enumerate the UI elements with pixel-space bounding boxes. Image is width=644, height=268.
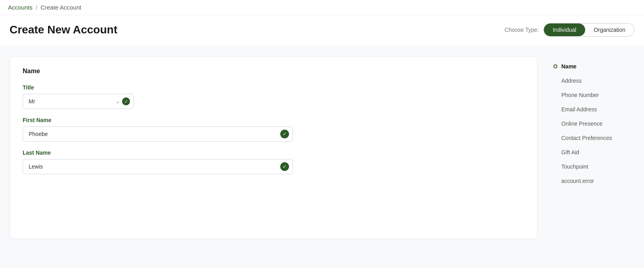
choose-type-label: Choose Type: (504, 27, 539, 33)
nav-item-gift-aid-label: Gift Aid (561, 149, 579, 155)
breadcrumb-parent-link[interactable]: Accounts (8, 4, 33, 11)
section-nav-list: Name Address Phone Number Email Address … (547, 56, 634, 191)
breadcrumb-separator: / (36, 4, 37, 11)
first-name-input-wrapper: ✓ (23, 126, 293, 142)
nav-item-contact-prefs[interactable]: Contact Preferences (547, 131, 634, 145)
nav-item-email-label: Email Address (561, 106, 597, 113)
type-individual-button[interactable]: Individual (544, 23, 585, 36)
nav-panel: Name Address Phone Number Email Address … (547, 56, 634, 239)
first-name-input[interactable] (23, 126, 293, 142)
nav-item-account-error[interactable]: account.error (547, 174, 634, 188)
nav-item-phone[interactable]: Phone Number (547, 88, 634, 102)
first-name-label: First Name (23, 117, 524, 123)
nav-item-account-error-label: account.error (561, 178, 594, 184)
title-label: Title (23, 84, 524, 91)
page-title: Create New Account (10, 23, 117, 36)
nav-item-address-label: Address (561, 78, 582, 84)
nav-item-name-label: Name (561, 63, 576, 70)
page-header: Create New Account Choose Type: Individu… (0, 15, 644, 47)
nav-item-gift-aid[interactable]: Gift Aid (547, 145, 634, 159)
nav-item-online-presence-label: Online Presence (561, 120, 603, 127)
form-section-title: Name (23, 68, 524, 75)
first-name-form-group: First Name ✓ (23, 117, 524, 142)
breadcrumb-current: Create Account (41, 4, 81, 11)
type-toggle: Individual Organization (543, 23, 634, 37)
nav-item-touchpoint-label: Touchpoint (561, 163, 588, 170)
main-content: Name Title Mr Mrs Ms Dr ⌄ ✓ First Name (0, 47, 644, 249)
last-name-input-wrapper: ✓ (23, 159, 293, 174)
nav-item-email[interactable]: Email Address (547, 102, 634, 117)
last-name-form-group: Last Name ✓ (23, 150, 524, 174)
last-name-valid-icon: ✓ (280, 162, 289, 171)
first-name-valid-icon: ✓ (280, 130, 289, 138)
nav-active-dot (553, 64, 557, 68)
nav-item-touchpoint[interactable]: Touchpoint (547, 159, 634, 174)
nav-item-address[interactable]: Address (547, 74, 634, 88)
form-panel: Name Title Mr Mrs Ms Dr ⌄ ✓ First Name (10, 56, 537, 239)
last-name-label: Last Name (23, 150, 524, 156)
nav-item-phone-label: Phone Number (561, 92, 599, 98)
type-chooser: Choose Type: Individual Organization (504, 23, 634, 37)
title-select-wrapper: Mr Mrs Ms Dr ⌄ ✓ (23, 94, 134, 109)
nav-item-contact-prefs-label: Contact Preferences (561, 135, 612, 141)
title-form-group: Title Mr Mrs Ms Dr ⌄ ✓ (23, 84, 524, 109)
breadcrumb: Accounts / Create Account (0, 0, 644, 15)
nav-item-name[interactable]: Name (547, 59, 634, 74)
nav-item-online-presence[interactable]: Online Presence (547, 117, 634, 131)
last-name-input[interactable] (23, 159, 293, 174)
title-select[interactable]: Mr Mrs Ms Dr (23, 94, 134, 109)
type-organization-button[interactable]: Organization (585, 23, 634, 36)
